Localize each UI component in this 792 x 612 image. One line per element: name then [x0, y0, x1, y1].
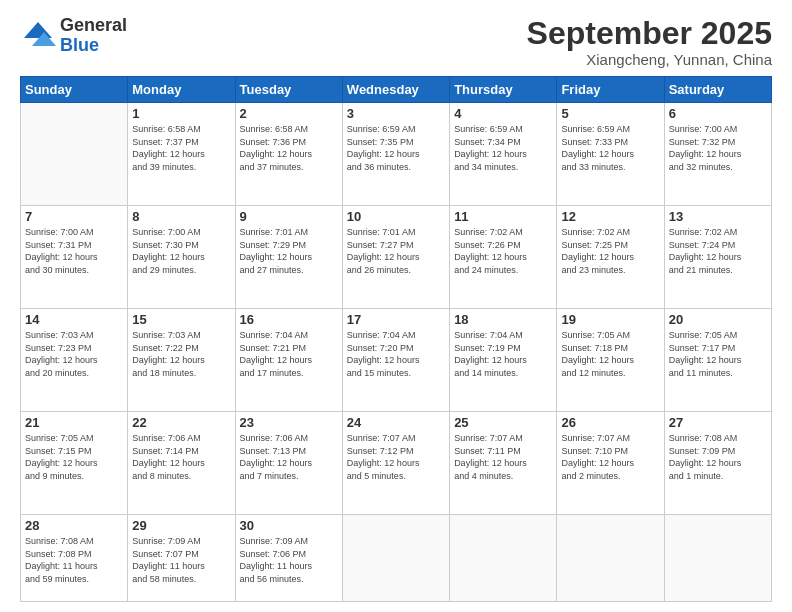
day-number: 24 — [347, 415, 445, 430]
day-number: 6 — [669, 106, 767, 121]
day-info: Sunrise: 7:05 AM Sunset: 7:18 PM Dayligh… — [561, 329, 659, 379]
day-number: 2 — [240, 106, 338, 121]
day-info: Sunrise: 6:58 AM Sunset: 7:36 PM Dayligh… — [240, 123, 338, 173]
page: General Blue September 2025 Xiangcheng, … — [0, 0, 792, 612]
logo: General Blue — [20, 16, 127, 56]
day-number: 15 — [132, 312, 230, 327]
day-info: Sunrise: 6:58 AM Sunset: 7:37 PM Dayligh… — [132, 123, 230, 173]
day-info: Sunrise: 7:04 AM Sunset: 7:20 PM Dayligh… — [347, 329, 445, 379]
column-header-wednesday: Wednesday — [342, 77, 449, 103]
day-number: 3 — [347, 106, 445, 121]
day-info: Sunrise: 7:09 AM Sunset: 7:07 PM Dayligh… — [132, 535, 230, 585]
calendar-cell — [450, 514, 557, 601]
day-info: Sunrise: 7:03 AM Sunset: 7:22 PM Dayligh… — [132, 329, 230, 379]
calendar-cell: 15Sunrise: 7:03 AM Sunset: 7:22 PM Dayli… — [128, 309, 235, 412]
calendar-cell: 9Sunrise: 7:01 AM Sunset: 7:29 PM Daylig… — [235, 206, 342, 309]
day-number: 28 — [25, 518, 123, 533]
day-info: Sunrise: 7:04 AM Sunset: 7:21 PM Dayligh… — [240, 329, 338, 379]
calendar-cell: 19Sunrise: 7:05 AM Sunset: 7:18 PM Dayli… — [557, 309, 664, 412]
calendar-cell: 13Sunrise: 7:02 AM Sunset: 7:24 PM Dayli… — [664, 206, 771, 309]
calendar-week-1: 1Sunrise: 6:58 AM Sunset: 7:37 PM Daylig… — [21, 103, 772, 206]
calendar-week-5: 28Sunrise: 7:08 AM Sunset: 7:08 PM Dayli… — [21, 514, 772, 601]
calendar-cell: 23Sunrise: 7:06 AM Sunset: 7:13 PM Dayli… — [235, 412, 342, 515]
day-number: 14 — [25, 312, 123, 327]
calendar-cell: 14Sunrise: 7:03 AM Sunset: 7:23 PM Dayli… — [21, 309, 128, 412]
day-info: Sunrise: 7:03 AM Sunset: 7:23 PM Dayligh… — [25, 329, 123, 379]
day-info: Sunrise: 7:04 AM Sunset: 7:19 PM Dayligh… — [454, 329, 552, 379]
column-header-monday: Monday — [128, 77, 235, 103]
calendar-cell: 8Sunrise: 7:00 AM Sunset: 7:30 PM Daylig… — [128, 206, 235, 309]
calendar-cell: 2Sunrise: 6:58 AM Sunset: 7:36 PM Daylig… — [235, 103, 342, 206]
calendar-week-4: 21Sunrise: 7:05 AM Sunset: 7:15 PM Dayli… — [21, 412, 772, 515]
day-info: Sunrise: 7:02 AM Sunset: 7:24 PM Dayligh… — [669, 226, 767, 276]
calendar-cell — [342, 514, 449, 601]
day-info: Sunrise: 7:02 AM Sunset: 7:25 PM Dayligh… — [561, 226, 659, 276]
calendar-cell: 7Sunrise: 7:00 AM Sunset: 7:31 PM Daylig… — [21, 206, 128, 309]
calendar-week-3: 14Sunrise: 7:03 AM Sunset: 7:23 PM Dayli… — [21, 309, 772, 412]
subtitle: Xiangcheng, Yunnan, China — [527, 51, 772, 68]
day-info: Sunrise: 7:07 AM Sunset: 7:10 PM Dayligh… — [561, 432, 659, 482]
logo-text: General Blue — [60, 16, 127, 56]
day-info: Sunrise: 7:06 AM Sunset: 7:14 PM Dayligh… — [132, 432, 230, 482]
day-number: 1 — [132, 106, 230, 121]
day-number: 12 — [561, 209, 659, 224]
day-info: Sunrise: 7:07 AM Sunset: 7:11 PM Dayligh… — [454, 432, 552, 482]
day-info: Sunrise: 7:08 AM Sunset: 7:08 PM Dayligh… — [25, 535, 123, 585]
day-number: 16 — [240, 312, 338, 327]
day-info: Sunrise: 6:59 AM Sunset: 7:35 PM Dayligh… — [347, 123, 445, 173]
day-info: Sunrise: 7:07 AM Sunset: 7:12 PM Dayligh… — [347, 432, 445, 482]
day-number: 11 — [454, 209, 552, 224]
calendar-cell: 25Sunrise: 7:07 AM Sunset: 7:11 PM Dayli… — [450, 412, 557, 515]
column-header-saturday: Saturday — [664, 77, 771, 103]
day-info: Sunrise: 7:02 AM Sunset: 7:26 PM Dayligh… — [454, 226, 552, 276]
day-number: 18 — [454, 312, 552, 327]
logo-general: General — [60, 16, 127, 36]
calendar-cell: 4Sunrise: 6:59 AM Sunset: 7:34 PM Daylig… — [450, 103, 557, 206]
calendar-cell: 10Sunrise: 7:01 AM Sunset: 7:27 PM Dayli… — [342, 206, 449, 309]
day-number: 20 — [669, 312, 767, 327]
day-number: 25 — [454, 415, 552, 430]
calendar-header-row: SundayMondayTuesdayWednesdayThursdayFrid… — [21, 77, 772, 103]
calendar-cell: 20Sunrise: 7:05 AM Sunset: 7:17 PM Dayli… — [664, 309, 771, 412]
day-number: 26 — [561, 415, 659, 430]
day-info: Sunrise: 7:01 AM Sunset: 7:29 PM Dayligh… — [240, 226, 338, 276]
column-header-tuesday: Tuesday — [235, 77, 342, 103]
day-number: 4 — [454, 106, 552, 121]
day-info: Sunrise: 7:01 AM Sunset: 7:27 PM Dayligh… — [347, 226, 445, 276]
main-title: September 2025 — [527, 16, 772, 51]
calendar-cell: 29Sunrise: 7:09 AM Sunset: 7:07 PM Dayli… — [128, 514, 235, 601]
day-info: Sunrise: 7:06 AM Sunset: 7:13 PM Dayligh… — [240, 432, 338, 482]
calendar-cell: 16Sunrise: 7:04 AM Sunset: 7:21 PM Dayli… — [235, 309, 342, 412]
logo-blue: Blue — [60, 36, 127, 56]
day-number: 23 — [240, 415, 338, 430]
calendar-cell: 5Sunrise: 6:59 AM Sunset: 7:33 PM Daylig… — [557, 103, 664, 206]
day-number: 10 — [347, 209, 445, 224]
day-number: 7 — [25, 209, 123, 224]
calendar-cell: 17Sunrise: 7:04 AM Sunset: 7:20 PM Dayli… — [342, 309, 449, 412]
day-number: 27 — [669, 415, 767, 430]
calendar-cell: 11Sunrise: 7:02 AM Sunset: 7:26 PM Dayli… — [450, 206, 557, 309]
day-info: Sunrise: 7:00 AM Sunset: 7:32 PM Dayligh… — [669, 123, 767, 173]
calendar-cell: 22Sunrise: 7:06 AM Sunset: 7:14 PM Dayli… — [128, 412, 235, 515]
day-number: 17 — [347, 312, 445, 327]
svg-marker-0 — [24, 22, 52, 38]
calendar-cell: 21Sunrise: 7:05 AM Sunset: 7:15 PM Dayli… — [21, 412, 128, 515]
day-number: 8 — [132, 209, 230, 224]
calendar-cell: 26Sunrise: 7:07 AM Sunset: 7:10 PM Dayli… — [557, 412, 664, 515]
day-info: Sunrise: 7:00 AM Sunset: 7:30 PM Dayligh… — [132, 226, 230, 276]
day-number: 21 — [25, 415, 123, 430]
calendar-cell: 18Sunrise: 7:04 AM Sunset: 7:19 PM Dayli… — [450, 309, 557, 412]
calendar-cell: 27Sunrise: 7:08 AM Sunset: 7:09 PM Dayli… — [664, 412, 771, 515]
calendar-cell — [557, 514, 664, 601]
calendar-cell: 1Sunrise: 6:58 AM Sunset: 7:37 PM Daylig… — [128, 103, 235, 206]
day-info: Sunrise: 6:59 AM Sunset: 7:34 PM Dayligh… — [454, 123, 552, 173]
calendar-cell: 3Sunrise: 6:59 AM Sunset: 7:35 PM Daylig… — [342, 103, 449, 206]
day-number: 9 — [240, 209, 338, 224]
calendar: SundayMondayTuesdayWednesdayThursdayFrid… — [20, 76, 772, 602]
day-info: Sunrise: 7:00 AM Sunset: 7:31 PM Dayligh… — [25, 226, 123, 276]
title-block: September 2025 Xiangcheng, Yunnan, China — [527, 16, 772, 68]
day-number: 29 — [132, 518, 230, 533]
day-number: 30 — [240, 518, 338, 533]
column-header-friday: Friday — [557, 77, 664, 103]
header: General Blue September 2025 Xiangcheng, … — [20, 16, 772, 68]
